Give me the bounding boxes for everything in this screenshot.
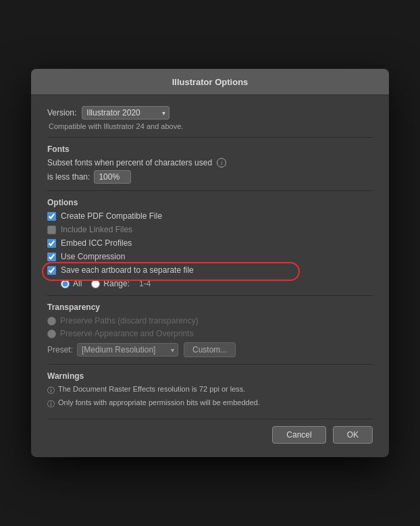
warnings-section: Warnings ⓘ The Document Raster Effects r… (47, 371, 373, 409)
include-linked-row: Include Linked Files (47, 225, 373, 234)
all-radio[interactable] (61, 280, 70, 288)
use-compression-row: Use Compression (47, 252, 373, 261)
cancel-button[interactable]: Cancel (272, 426, 325, 444)
divider-3 (47, 295, 373, 296)
button-row: Cancel OK (47, 419, 373, 446)
preset-label: Preset: (47, 345, 73, 354)
dialog-title: Illustrator Options (172, 77, 248, 87)
preserve-appearance-row: Preserve Appearance and Overprints (47, 329, 373, 338)
compat-text: Compatible with Illustrator 24 and above… (49, 122, 373, 130)
info-icon: i (217, 158, 226, 167)
preset-select[interactable]: [Medium Resolution] (77, 343, 178, 357)
percent-input[interactable] (94, 170, 131, 184)
ok-button[interactable]: OK (333, 426, 373, 444)
range-radio-item: Range: (91, 279, 130, 288)
divider-1 (47, 137, 373, 138)
custom-button[interactable]: Custom... (184, 342, 236, 357)
divider-2 (47, 190, 373, 191)
options-section: Options Create PDF Compatible File Inclu… (47, 198, 373, 288)
create-pdf-label: Create PDF Compatible File (61, 211, 162, 221)
warning-text-1: The Document Raster Effects resolution i… (58, 385, 245, 393)
warning-icon-1: ⓘ (47, 386, 55, 396)
divider-4 (47, 364, 373, 365)
include-linked-label: Include Linked Files (61, 225, 132, 234)
dialog-body: Version: Illustrator 2020 Compatible wit… (31, 95, 389, 457)
dialog-titlebar: Illustrator Options (31, 69, 389, 95)
preserve-appearance-radio[interactable] (47, 330, 56, 338)
version-label: Version: (47, 108, 76, 117)
range-radio[interactable] (91, 280, 100, 288)
warning-row-1: ⓘ The Document Raster Effects resolution… (47, 385, 373, 396)
embed-icc-checkbox[interactable] (47, 239, 56, 248)
embed-icc-row: Embed ICC Profiles (47, 238, 373, 248)
fonts-section-label: Fonts (47, 144, 373, 154)
use-compression-label: Use Compression (61, 252, 125, 261)
include-linked-checkbox[interactable] (47, 226, 56, 234)
warning-row-2: ⓘ Only fonts with appropriate permission… (47, 398, 373, 409)
warning-icon-2: ⓘ (47, 399, 55, 409)
subset-row2: is less than: (47, 170, 373, 184)
embed-icc-label: Embed ICC Profiles (61, 238, 132, 248)
transparency-section-label: Transparency (47, 303, 373, 312)
use-compression-checkbox[interactable] (47, 253, 56, 261)
save-artboard-label: Save each artboard to a separate file (61, 265, 194, 275)
version-row: Version: Illustrator 2020 (47, 106, 373, 120)
illustrator-options-dialog: Illustrator Options Version: Illustrator… (31, 69, 389, 457)
subset-label: Subset fonts when percent of characters … (47, 158, 212, 167)
artboard-radio-group: All Range: 1-4 (61, 279, 373, 288)
range-radio-label: Range: (103, 279, 130, 288)
create-pdf-row: Create PDF Compatible File (47, 211, 373, 221)
save-artboard-checkbox[interactable] (47, 266, 56, 275)
transparency-section: Transparency Preserve Paths (discard tra… (47, 303, 373, 357)
preserve-paths-row: Preserve Paths (discard transparency) (47, 316, 373, 325)
save-artboard-row: Save each artboard to a separate file (47, 265, 373, 275)
warnings-section-label: Warnings (47, 371, 373, 381)
preset-select-wrapper: [Medium Resolution] (77, 343, 178, 357)
preserve-paths-radio[interactable] (47, 317, 56, 325)
fonts-section: Fonts Subset fonts when percent of chara… (47, 144, 373, 184)
preserve-paths-label: Preserve Paths (discard transparency) (60, 316, 199, 325)
subset-row: Subset fonts when percent of characters … (47, 158, 373, 167)
all-radio-label: All (73, 279, 82, 288)
range-value: 1-4 (139, 279, 151, 288)
warning-text-2: Only fonts with appropriate permission b… (58, 398, 260, 406)
preserve-appearance-label: Preserve Appearance and Overprints (60, 329, 193, 338)
all-radio-item: All (61, 279, 82, 288)
version-select-wrapper: Illustrator 2020 (82, 106, 169, 120)
create-pdf-checkbox[interactable] (47, 212, 56, 221)
preset-row: Preset: [Medium Resolution] Custom... (47, 342, 373, 357)
less-than-label: is less than: (47, 172, 90, 182)
options-section-label: Options (47, 198, 373, 207)
version-select[interactable]: Illustrator 2020 (82, 106, 169, 120)
